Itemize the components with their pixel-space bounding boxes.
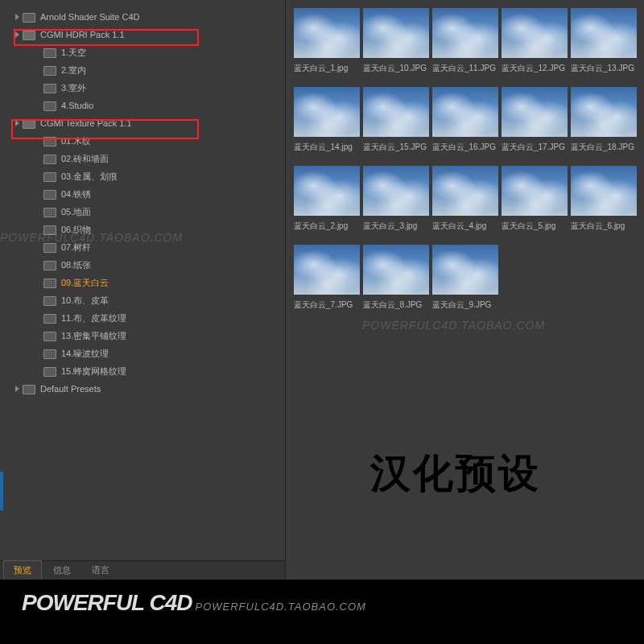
bottom-tabs: 预览信息语言 bbox=[0, 560, 285, 580]
tree-item[interactable]: 14.噪波纹理 bbox=[12, 345, 285, 362]
tab[interactable]: 信息 bbox=[43, 561, 80, 580]
thumbnail-label: 蓝天白云_6.jpg bbox=[571, 221, 637, 232]
folder-icon bbox=[43, 171, 56, 181]
thumbnail-image bbox=[571, 166, 637, 216]
tree-item[interactable]: 08.纸张 bbox=[12, 256, 285, 274]
tree-item-label: 05.地面 bbox=[61, 206, 91, 218]
thumbnail-image bbox=[363, 8, 429, 58]
thumbnail-item[interactable]: 蓝天白云_7.JPG bbox=[294, 245, 360, 320]
logo-text-small: POWERFULC4D.TAOBAO.COM bbox=[196, 601, 366, 613]
thumbnail-item[interactable]: 蓝天白云_17.JPG bbox=[502, 87, 568, 163]
folder-icon bbox=[43, 331, 56, 341]
thumbnail-item[interactable]: 蓝天白云_13.JPG bbox=[571, 8, 637, 84]
thumbnail-label: 蓝天白云_18.JPG bbox=[571, 142, 637, 153]
thumbnail-label: 蓝天白云_5.jpg bbox=[502, 221, 568, 232]
overlay-caption: 汉化预设 bbox=[370, 447, 541, 501]
tree-item[interactable]: Arnold Shader Suite C4D bbox=[12, 8, 285, 26]
thumbnail-item[interactable]: 蓝天白云_14.jpg bbox=[294, 87, 360, 163]
tree-item[interactable]: 1.天空 bbox=[12, 43, 285, 61]
thumbnail-item[interactable]: 蓝天白云_12.JPG bbox=[502, 8, 568, 84]
tree-item[interactable]: 09.蓝天白云 bbox=[12, 274, 285, 291]
tree-item[interactable]: 3.室外 bbox=[12, 79, 285, 97]
thumbnail-item[interactable]: 蓝天白云_1.jpg bbox=[294, 8, 360, 84]
tree-item[interactable]: 04.铁锈 bbox=[12, 185, 285, 203]
folder-icon bbox=[43, 189, 56, 199]
thumbnail-image bbox=[294, 166, 360, 216]
thumbnail-image bbox=[432, 8, 498, 58]
thumbnail-item[interactable]: 蓝天白云_2.jpg bbox=[294, 166, 360, 242]
folder-icon bbox=[23, 12, 35, 22]
folder-icon bbox=[43, 349, 56, 358]
tree-item-label: 06.织物 bbox=[61, 224, 91, 236]
thumbnail-label: 蓝天白云_14.jpg bbox=[294, 142, 360, 153]
thumbnail-image bbox=[363, 87, 429, 137]
thumbnail-item[interactable]: 蓝天白云_9.JPG bbox=[432, 245, 498, 320]
thumbnail-label: 蓝天白云_8.JPG bbox=[363, 299, 429, 311]
folder-icon bbox=[23, 384, 35, 394]
tree-item[interactable]: 06.织物 bbox=[12, 221, 285, 238]
thumbnail-image bbox=[363, 166, 429, 216]
tree-item[interactable]: 2.室内 bbox=[12, 61, 285, 79]
tree-item-label: 15.蜂窝网格纹理 bbox=[61, 365, 126, 378]
tree-item[interactable]: 13.密集平铺纹理 bbox=[12, 327, 285, 345]
thumbnail-image bbox=[571, 87, 637, 137]
thumbnail-image bbox=[294, 8, 360, 58]
thumbnail-item[interactable]: 蓝天白云_8.JPG bbox=[363, 245, 429, 320]
thumbnail-image bbox=[432, 87, 498, 137]
thumbnail-image bbox=[432, 245, 498, 295]
folder-icon bbox=[43, 260, 56, 270]
tree-item[interactable]: CGMI Texture Pack 1.1 bbox=[12, 114, 285, 132]
thumbnail-item[interactable]: 蓝天白云_11.JPG bbox=[432, 8, 498, 84]
tree-item[interactable]: 02.砖和墙面 bbox=[12, 150, 285, 167]
thumbnail-item[interactable]: 蓝天白云_10.JPG bbox=[363, 8, 429, 84]
tree-item-label: Default Presets bbox=[40, 384, 101, 394]
folder-icon bbox=[43, 65, 56, 75]
tree-item-label: 03.金属、划痕 bbox=[61, 171, 118, 183]
expand-arrow-icon[interactable] bbox=[15, 31, 19, 38]
thumbnail-label: 蓝天白云_13.JPG bbox=[571, 63, 637, 74]
accent-bar bbox=[0, 472, 3, 510]
thumbnail-label: 蓝天白云_2.jpg bbox=[294, 221, 360, 232]
thumbnail-image bbox=[432, 166, 498, 216]
expand-arrow-icon[interactable] bbox=[15, 14, 19, 20]
tree-item[interactable]: 05.地面 bbox=[12, 203, 285, 221]
folder-icon bbox=[43, 154, 56, 163]
tree-item-label: 3.室外 bbox=[61, 82, 86, 94]
tree-item[interactable]: 4.Studio bbox=[12, 97, 285, 114]
tree-item[interactable]: 03.金属、划痕 bbox=[12, 167, 285, 185]
tab[interactable]: 语言 bbox=[82, 561, 119, 580]
tree-item-label: 08.纸张 bbox=[61, 259, 91, 271]
thumbnail-item[interactable]: 蓝天白云_16.JPG bbox=[432, 87, 498, 163]
tree-item-label: 14.噪波纹理 bbox=[61, 348, 109, 360]
tree-item-label: CGMI Texture Pack 1.1 bbox=[40, 118, 132, 128]
thumbnail-item[interactable]: 蓝天白云_4.jpg bbox=[432, 166, 498, 242]
folder-icon bbox=[43, 313, 56, 323]
thumbnail-label: 蓝天白云_7.JPG bbox=[294, 299, 360, 311]
thumbnail-label: 蓝天白云_12.JPG bbox=[502, 63, 568, 74]
thumbnail-image bbox=[571, 8, 637, 58]
folder-icon bbox=[23, 30, 35, 39]
thumbnail-image bbox=[502, 87, 568, 137]
tree-item[interactable]: 10.布、皮革 bbox=[12, 291, 285, 309]
expand-arrow-icon[interactable] bbox=[15, 386, 19, 392]
folder-icon bbox=[23, 118, 35, 128]
tree-item[interactable]: 01.木纹 bbox=[12, 132, 285, 150]
tree-item[interactable]: CGMI HDRI Pack 1.1 bbox=[12, 26, 285, 43]
thumbnail-item[interactable]: 蓝天白云_6.jpg bbox=[571, 166, 637, 242]
tree-item[interactable]: Default Presets bbox=[12, 380, 285, 398]
tree-item[interactable]: 07.树杆 bbox=[12, 238, 285, 256]
expand-arrow-icon[interactable] bbox=[15, 120, 19, 126]
thumbnail-item[interactable]: 蓝天白云_3.jpg bbox=[363, 166, 429, 242]
tree-item[interactable]: 11.布、皮革纹理 bbox=[12, 309, 285, 327]
thumbnail-item[interactable]: 蓝天白云_18.JPG bbox=[571, 87, 637, 163]
thumbnail-image bbox=[363, 245, 429, 295]
thumbnail-item[interactable]: 蓝天白云_15.JPG bbox=[363, 87, 429, 163]
thumbnail-item[interactable]: 蓝天白云_5.jpg bbox=[502, 166, 568, 242]
thumbnail-image bbox=[502, 8, 568, 58]
thumbnail-label: 蓝天白云_16.JPG bbox=[432, 142, 498, 153]
tab[interactable]: 预览 bbox=[3, 560, 42, 580]
sidebar: Arnold Shader Suite C4DCGMI HDRI Pack 1.… bbox=[0, 0, 286, 580]
tree-item[interactable]: 15.蜂窝网格纹理 bbox=[12, 362, 285, 380]
thumbnail-label: 蓝天白云_11.JPG bbox=[432, 63, 498, 74]
thumbnail-label: 蓝天白云_15.JPG bbox=[363, 142, 429, 153]
